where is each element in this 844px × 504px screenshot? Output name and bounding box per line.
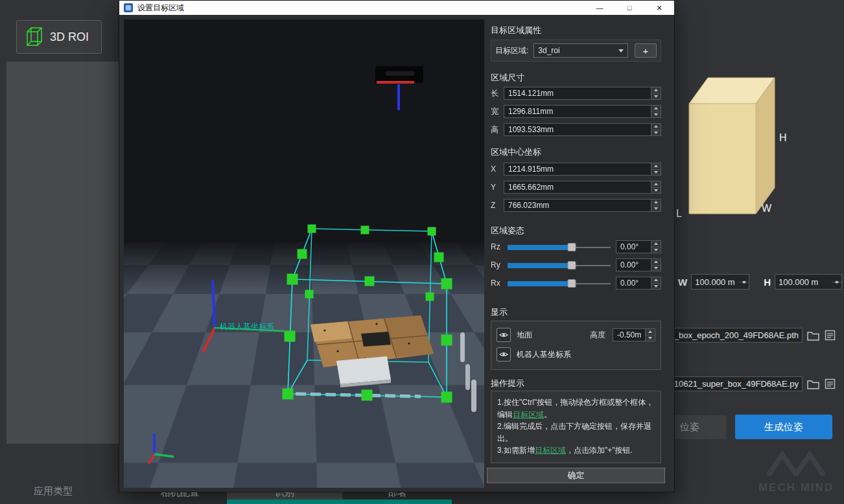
- ry-row: Ry 0.00°: [491, 258, 661, 271]
- dialog-title: 设置目标区域: [137, 3, 184, 14]
- minimize-button[interactable]: —: [585, 1, 615, 15]
- w-field-label: W: [678, 277, 687, 288]
- script-file-icon[interactable]: [823, 378, 836, 391]
- add-region-button[interactable]: +: [635, 43, 657, 58]
- roi-cube-illustration: H W L: [668, 62, 844, 227]
- robot-frame-visibility-button[interactable]: [497, 347, 511, 361]
- w-field-input[interactable]: 100.000 m: [691, 274, 749, 290]
- roi-handle[interactable]: [361, 226, 369, 235]
- roi-handle[interactable]: [426, 293, 434, 301]
- ground-visibility-button[interactable]: [497, 328, 511, 342]
- roi-handle[interactable]: [441, 392, 452, 403]
- ground-label: 地面: [517, 330, 532, 341]
- center-y-spinner[interactable]: [651, 181, 661, 193]
- roi-handle[interactable]: [287, 274, 298, 285]
- browse-folder-icon[interactable]: [806, 329, 819, 342]
- tip-link-target-region[interactable]: 目标区域: [513, 410, 544, 419]
- width-row: 宽 1296.811mm: [491, 105, 661, 118]
- rx-input[interactable]: 0.00°: [616, 277, 661, 290]
- robot-frame-label: 机器人基坐标系: [219, 322, 274, 331]
- rx-slider[interactable]: [508, 279, 611, 288]
- w-field-spinner[interactable]: [739, 282, 749, 282]
- roi-handle[interactable]: [365, 277, 375, 286]
- roi-handle[interactable]: [441, 279, 452, 290]
- length-input[interactable]: 1514.121mm: [504, 87, 661, 100]
- close-button[interactable]: ✕: [644, 1, 674, 15]
- tip-line-3: 3.如需新增: [497, 446, 535, 455]
- roi-handle[interactable]: [305, 290, 314, 299]
- eye-icon: [499, 332, 508, 338]
- tip-line-2: 2.编辑完成后，点击下方确定按钮，保存并退出。: [497, 422, 651, 443]
- ground-height-input[interactable]: -0.50m: [613, 328, 655, 341]
- roi-handle[interactable]: [308, 225, 316, 233]
- center-section-title: 区域中心坐标: [491, 146, 661, 158]
- height-input[interactable]: 1093.533mm: [504, 123, 661, 136]
- ground-height-label: 高度: [590, 330, 605, 341]
- height-row: 高 1093.533mm: [491, 123, 661, 136]
- browse-folder-icon[interactable]: [806, 378, 819, 391]
- cube-l-label: L: [676, 208, 682, 219]
- script-file-icon[interactable]: [823, 329, 836, 342]
- rz-input[interactable]: 0.00°: [616, 240, 661, 253]
- roi-handle[interactable]: [362, 390, 373, 401]
- robot-base-axes: 机器人基坐标系: [203, 281, 285, 352]
- h-field-spinner[interactable]: [832, 282, 841, 282]
- rz-slider-handle[interactable]: [567, 243, 576, 251]
- rz-spinner[interactable]: [651, 241, 661, 253]
- roi-handle[interactable]: [434, 253, 444, 262]
- 3d-roi-cube-icon: [25, 25, 43, 49]
- width-input[interactable]: 1296.811mm: [504, 105, 661, 118]
- roi-handle[interactable]: [298, 249, 307, 259]
- set-target-region-dialog: 设置目标区域 — □ ✕: [119, 0, 675, 492]
- center-x-input[interactable]: 1214.915mm: [504, 163, 661, 176]
- eye-icon: [499, 351, 508, 358]
- width-spinner[interactable]: [651, 106, 661, 117]
- 3d-roi-button-label: 3D ROI: [50, 30, 89, 44]
- roi-handle[interactable]: [285, 331, 296, 342]
- properties-title: 目标区域属性: [491, 25, 661, 36]
- ry-input[interactable]: 0.00°: [616, 258, 661, 271]
- center-y-row: Y 1665.662mm: [491, 181, 661, 194]
- sidebar-panel: [6, 62, 119, 444]
- size-section-title: 区域尺寸: [491, 72, 661, 84]
- 3d-roi-button[interactable]: 3D ROI: [16, 20, 102, 54]
- center-z-input[interactable]: 766.023mm: [504, 199, 661, 212]
- camera-model: [375, 66, 423, 110]
- region-dropdown[interactable]: 3d_roi: [533, 43, 628, 58]
- rx-slider-handle[interactable]: [567, 279, 576, 288]
- target-region-panel: 目标区域属性 目标区域: 3d_roi + 区域尺寸 长 1514.121mm …: [491, 19, 661, 488]
- rx-spinner[interactable]: [651, 277, 661, 289]
- h-field-label: H: [764, 277, 771, 288]
- cube-h-label: H: [779, 132, 787, 143]
- roi-handle[interactable]: [441, 335, 452, 346]
- dialog-app-icon: [124, 3, 133, 12]
- viewport-3d-scene[interactable]: 机器人基坐标系: [124, 19, 484, 488]
- cube-w-label: W: [762, 203, 772, 214]
- ry-slider-handle[interactable]: [567, 261, 576, 269]
- pose-section-title: 区域姿态: [491, 225, 661, 236]
- center-z-row: Z 766.023mm: [491, 199, 661, 212]
- center-x-spinner[interactable]: [651, 163, 661, 175]
- length-spinner[interactable]: [651, 87, 661, 99]
- region-select-row: 目标区域: 3d_roi +: [491, 40, 661, 62]
- ry-slider[interactable]: [508, 260, 611, 270]
- tips-section-title: 操作提示: [491, 378, 661, 389]
- roi-handle[interactable]: [283, 389, 294, 400]
- h-field-input[interactable]: 100.000 m: [775, 274, 842, 290]
- height-spinner[interactable]: [651, 124, 661, 135]
- ground-height-spinner[interactable]: [645, 329, 655, 341]
- maximize-button[interactable]: □: [615, 1, 644, 15]
- generate-pose-button[interactable]: 生成位姿: [735, 415, 832, 439]
- center-y-input[interactable]: 1665.662mm: [504, 181, 661, 194]
- tip-link-target-region[interactable]: 目标区域: [535, 446, 566, 455]
- display-section-title: 显示: [491, 306, 661, 318]
- ry-spinner[interactable]: [651, 259, 661, 271]
- robot-frame-display-row: 机器人基坐标系: [497, 345, 655, 364]
- chevron-down-icon: [618, 49, 624, 52]
- confirm-button[interactable]: 确定: [487, 468, 665, 483]
- region-select-label: 目标区域:: [495, 45, 528, 56]
- rz-row: Rz 0.00°: [491, 240, 661, 253]
- center-z-spinner[interactable]: [651, 200, 661, 211]
- roi-handle[interactable]: [428, 227, 436, 236]
- rz-slider[interactable]: [508, 242, 611, 252]
